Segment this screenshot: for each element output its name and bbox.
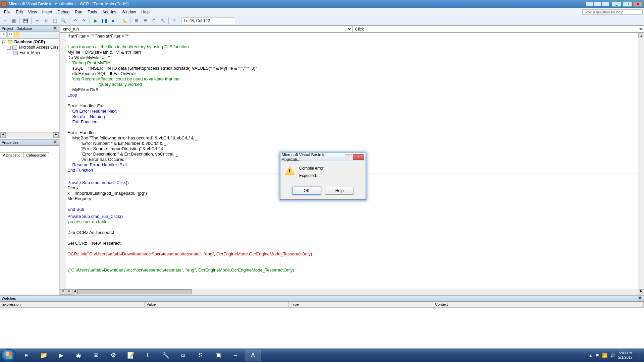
project-explorer-icon[interactable]: ⊞ <box>133 17 140 24</box>
project-panel-close-icon[interactable]: × <box>53 26 57 31</box>
project-tree[interactable]: - Database (OCR) - Microsoft Access Clas… <box>0 38 59 132</box>
menu-window[interactable]: Window <box>119 9 139 15</box>
find-icon[interactable]: 🔍 <box>60 17 67 24</box>
tab-alphabetic[interactable]: Alphabetic <box>0 152 23 158</box>
help-icon[interactable]: ? <box>171 17 178 24</box>
col-context[interactable]: Context <box>433 302 644 307</box>
scroll-right-icon[interactable]: ▶ <box>53 132 59 138</box>
minimize-button[interactable]: _ <box>612 1 621 7</box>
undo-icon[interactable]: ↶ <box>71 17 79 24</box>
code-hscroll[interactable]: ≡ ▤ ◀ ▶ <box>60 289 644 295</box>
procedure-dropdown[interactable]: Click <box>352 25 644 33</box>
skype-icon[interactable]: S <box>193 350 209 361</box>
dialog-close-icon[interactable]: × <box>353 154 364 160</box>
view-object-icon[interactable]: ▢ <box>7 32 13 37</box>
tray-volume-icon[interactable]: 🔊 <box>610 353 615 358</box>
view-code-icon[interactable]: ≡ <box>1 32 7 37</box>
error-dialog: Microsoft Visual Basic for Applicati... … <box>280 153 366 200</box>
project-root[interactable]: - Database (OCR) <box>1 39 58 45</box>
menu-edit[interactable]: Edit <box>13 9 25 15</box>
help-search-input[interactable] <box>582 9 643 15</box>
menu-run[interactable]: Run <box>72 9 85 15</box>
redo-icon[interactable]: ↷ <box>80 17 88 24</box>
dialog-help-button[interactable]: ? <box>345 154 352 160</box>
ie-icon[interactable]: e <box>18 350 34 361</box>
toolbox-icon[interactable]: 🔧 <box>159 17 166 24</box>
notes-icon[interactable]: 📝 <box>123 350 139 361</box>
scroll-left-icon[interactable]: ◀ <box>72 289 77 295</box>
menu-file[interactable]: File <box>1 9 13 15</box>
properties-icon[interactable]: ☰ <box>142 17 149 24</box>
copy-icon[interactable]: ⎘ <box>42 17 50 24</box>
code-gutter <box>60 33 66 289</box>
design-mode-icon[interactable]: 📐 <box>121 17 128 24</box>
watches-close-icon[interactable]: × <box>638 296 642 301</box>
app-icon-1[interactable]: ⚙ <box>105 350 121 361</box>
properties-selector[interactable] <box>0 145 59 152</box>
scroll-track[interactable] <box>192 289 639 295</box>
outlook-icon[interactable]: ✉ <box>88 350 104 361</box>
scroll-left-icon[interactable]: ◀ <box>0 132 6 138</box>
close-button[interactable]: × <box>633 1 643 7</box>
mdi-minimize-button[interactable]: _ <box>586 2 593 6</box>
properties-body[interactable] <box>0 158 59 295</box>
menu-debug[interactable]: Debug <box>55 9 72 15</box>
properties-panel-close-icon[interactable]: × <box>53 140 57 145</box>
clock[interactable]: 5:03 PM 2/1/2017 <box>618 351 633 360</box>
app-icon-3[interactable]: ∞ <box>175 350 191 361</box>
toggle-folders-icon[interactable]: 📁 <box>14 32 20 37</box>
help-button[interactable]: Help <box>325 187 354 195</box>
scroll-up-icon[interactable]: ▲ <box>638 33 644 38</box>
col-type[interactable]: Type <box>289 302 433 307</box>
scroll-track[interactable] <box>6 132 53 138</box>
ok-button[interactable]: OK <box>292 187 321 195</box>
tray-expand-icon[interactable]: ▲ <box>588 353 593 358</box>
paste-icon[interactable]: 📋 <box>51 17 58 24</box>
menu-insert[interactable]: Insert <box>40 9 55 15</box>
expand-icon[interactable]: - <box>7 46 11 50</box>
teamviewer-icon[interactable]: ↔ <box>227 350 244 361</box>
explorer-icon[interactable]: 📁 <box>36 350 52 361</box>
object-dropdown[interactable]: cmd_run <box>60 25 352 33</box>
project-group[interactable]: - Microsoft Access Class Objects <box>1 45 58 50</box>
break-icon[interactable]: ❚❚ <box>101 17 108 24</box>
show-desktop-button[interactable] <box>639 349 643 362</box>
object-browser-icon[interactable]: ⊡ <box>150 17 158 24</box>
expand-icon[interactable]: - <box>2 41 6 44</box>
separator <box>168 17 169 24</box>
tab-categorized[interactable]: Categorized <box>23 152 49 158</box>
chrome-icon[interactable]: ◉ <box>70 350 87 361</box>
vs-icon[interactable]: ▣ <box>210 350 226 361</box>
scroll-thumb[interactable] <box>77 289 192 294</box>
reset-icon[interactable]: ■ <box>109 17 117 24</box>
save-icon[interactable]: 💾 <box>22 17 29 24</box>
mdi-restore-button[interactable]: ❐ <box>594 2 601 6</box>
dialog-titlebar[interactable]: Microsoft Visual Basic for Applicati... … <box>280 153 366 161</box>
procedure-view-icon[interactable]: ≡ <box>60 289 66 295</box>
maximize-button[interactable]: ❐ <box>623 1 632 7</box>
project-hscroll[interactable]: ◀ ▶ <box>0 132 59 138</box>
col-value[interactable]: Value <box>145 302 289 307</box>
start-button[interactable] <box>1 349 16 361</box>
full-module-view-icon[interactable]: ▤ <box>66 289 72 295</box>
tray-flag-icon[interactable]: ⚑ <box>595 353 599 358</box>
insert-module-icon[interactable]: ▦ <box>10 17 17 24</box>
menu-view[interactable]: View <box>25 9 40 15</box>
code-vscroll[interactable]: ▲ <box>638 33 644 289</box>
cut-icon[interactable]: ✂ <box>34 17 41 24</box>
run-icon[interactable]: ▶ <box>92 17 99 24</box>
col-expression[interactable]: Expression <box>0 302 145 307</box>
scroll-right-icon[interactable]: ▶ <box>639 289 644 295</box>
tray-network-icon[interactable]: 📶 <box>602 353 607 358</box>
media-player-icon[interactable]: ▶ <box>53 350 69 361</box>
project-form[interactable]: Form_Main <box>1 50 58 55</box>
access-icon[interactable]: A <box>245 350 261 361</box>
linq-icon[interactable]: L <box>140 350 156 361</box>
watches-body[interactable] <box>0 308 644 349</box>
mdi-close-button[interactable]: × <box>602 2 609 6</box>
menu-tools[interactable]: Tools <box>85 9 100 15</box>
app-icon-2[interactable]: 🔧 <box>158 350 174 361</box>
menu-help[interactable]: Help <box>139 9 152 15</box>
view-access-icon[interactable]: ⌂ <box>1 17 9 24</box>
menu-addins[interactable]: Add-Ins <box>100 9 119 15</box>
